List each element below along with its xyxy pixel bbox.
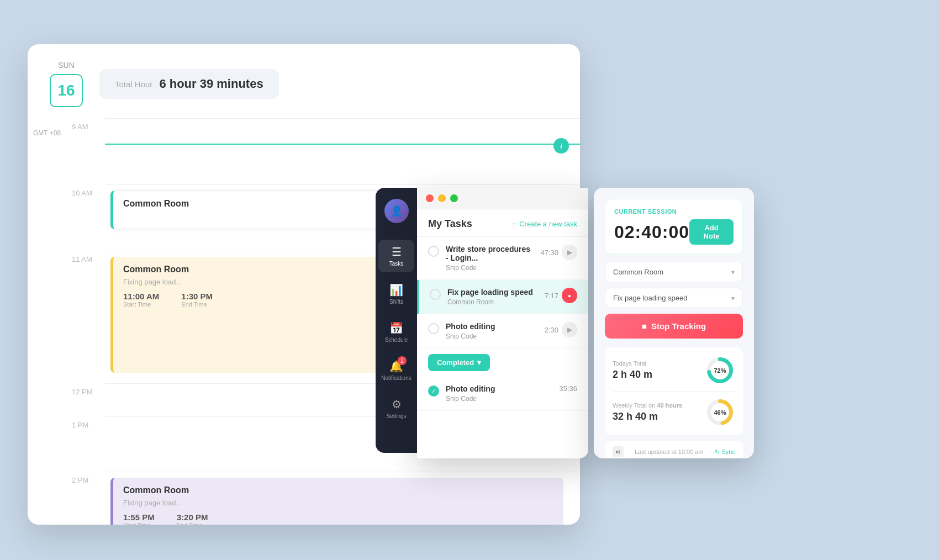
weekly-label: Weekly Total on 40 hours <box>613 402 682 409</box>
time-label-2pm: 2 PM <box>72 472 105 484</box>
completed-label: Completed <box>437 358 474 367</box>
event-2-end-label: End Time <box>181 301 213 308</box>
task-3-project: Ship Code <box>446 332 538 340</box>
plus-icon: + <box>512 220 516 228</box>
room-dropdown-arrow: ▾ <box>731 268 735 276</box>
maximize-btn[interactable] <box>450 194 458 202</box>
sidebar-item-tasks[interactable]: ☰ Tasks <box>378 240 414 272</box>
sidebar-item-notifications[interactable]: 🔔 2 Notifications <box>378 354 414 387</box>
settings-icon: ⚙ <box>392 398 402 411</box>
schedule-label: Schedule <box>385 337 408 343</box>
close-btn[interactable] <box>426 194 434 202</box>
avatar: 👤 <box>384 199 409 223</box>
day-number: 16 <box>50 74 83 107</box>
task-1-duration: 47:30 <box>540 249 558 257</box>
todays-total-section: Todays Total 2 h 40 m 72% Weekly Total o… <box>605 347 743 435</box>
task-2-time: 7:17 ● <box>545 288 577 303</box>
stop-tracking-button[interactable]: ■ Stop Tracking <box>605 314 743 339</box>
event-2-start-label: Start Time <box>123 301 159 308</box>
current-time-dot: i <box>553 138 569 154</box>
task-1-radio[interactable] <box>428 246 439 257</box>
weekly-value: 32 h 40 m <box>613 411 682 422</box>
tracking-panel: Current Session 02:40:00 Add Note Common… <box>594 188 754 458</box>
minimize-btn[interactable] <box>438 194 446 202</box>
schedule-icon: 📅 <box>389 321 403 335</box>
event-3-start-label: Start Time <box>123 522 155 525</box>
add-note-button[interactable]: Add Note <box>689 219 734 245</box>
footer-bar: ‹‹ Last updated at 10:00 am ↻ Sync <box>605 441 743 458</box>
todays-stat-row: Todays Total 2 h 40 m 72% <box>613 355 735 385</box>
total-hour-label: Total Hour <box>115 80 152 89</box>
time-label-9am: 9 AM <box>72 118 105 131</box>
tasks-label: Tasks <box>389 261 404 267</box>
task-item-2[interactable]: Fix page loading speed Common Room 7:17 … <box>417 280 588 314</box>
task-completed-1-content: Photo editing Ship Code <box>446 384 552 403</box>
total-hour-badge: Total Hour 6 hour 39 minutes <box>99 69 279 99</box>
event-1-title: Common Room <box>123 199 189 209</box>
task-2-name: Fix page loading speed <box>447 288 538 297</box>
room-dropdown[interactable]: Common Room ▾ <box>605 262 743 282</box>
create-task-label: Create a new task <box>519 220 577 228</box>
weekly-stat: Weekly Total on 40 hours 32 h 40 m 46% <box>613 391 735 427</box>
weekly-stat-row: Weekly Total on 40 hours 32 h 40 m 46% <box>613 397 735 427</box>
timer-value: 02:40:00 <box>614 222 689 242</box>
time-row-2pm: 2 PM Common Room Fixing page load... 1:5… <box>72 472 580 525</box>
completed-section: Completed ▾ <box>417 348 588 377</box>
window-controls <box>417 188 588 209</box>
current-time-icon: i <box>560 142 562 150</box>
task-1-name: Write store procedures - Login... <box>446 245 534 262</box>
session-card: Current Session 02:40:00 Add Note <box>605 199 743 254</box>
time-label-11am: 11 AM <box>72 251 105 263</box>
current-session-label: Current Session <box>614 208 734 215</box>
event-3-times: 1:55 PM Start Time 3:20 PM End Time <box>123 513 553 525</box>
create-task-button[interactable]: + Create a new task <box>512 220 577 228</box>
task-1-content: Write store procedures - Login... Ship C… <box>446 245 534 272</box>
task-completed-1-time: 35:36 <box>559 384 577 393</box>
gmt-label: GMT +08 <box>33 129 61 137</box>
tasks-icon: ☰ <box>392 245 402 258</box>
task-3-time: 2:30 ▶ <box>545 322 577 337</box>
task-2-content: Fix page loading speed Common Room <box>447 288 538 306</box>
task-1-play-button[interactable]: ▶ <box>562 245 577 260</box>
current-time-line <box>105 144 580 145</box>
sidebar-item-settings[interactable]: ⚙ Settings <box>378 392 414 425</box>
footer-updated-text: Last updated at 10:00 am <box>635 448 704 455</box>
time-label-12pm: 12 PM <box>72 383 105 396</box>
task-2-record-button[interactable]: ● <box>562 288 577 303</box>
task-2-radio[interactable] <box>430 289 441 300</box>
sync-button[interactable]: ↻ Sync <box>715 448 735 456</box>
task-dropdown-value: Fix page loading speed <box>613 294 687 302</box>
task-3-play-button[interactable]: ▶ <box>562 322 577 337</box>
settings-label: Settings <box>386 413 406 419</box>
task-dropdown[interactable]: Fix page loading speed ▾ <box>605 288 743 308</box>
notification-badge: 🔔 2 <box>389 360 403 373</box>
task-3-content: Photo editing Ship Code <box>446 322 538 340</box>
sidebar-item-shifts[interactable]: 📊 Shifts <box>378 278 414 310</box>
session-timer: 02:40:00 Add Note <box>614 219 734 245</box>
sidebar-item-schedule[interactable]: 📅 Schedule <box>378 316 414 348</box>
total-hour-value: 6 hour 39 minutes <box>159 77 263 91</box>
event-3-subtitle: Fixing page load... <box>123 499 553 507</box>
footer-nav-prev[interactable]: ‹‹ <box>613 446 624 457</box>
tasks-list: Write store procedures - Login... Ship C… <box>417 237 588 458</box>
sync-label: Sync <box>722 448 735 455</box>
task-item-1[interactable]: Write store procedures - Login... Ship C… <box>417 237 588 280</box>
event-block-3[interactable]: Common Room Fixing page load... 1:55 PM … <box>110 478 563 525</box>
event-3-start: 1:55 PM <box>123 513 155 522</box>
task-3-radio[interactable] <box>428 323 439 334</box>
task-item-completed-1[interactable]: ✓ Photo editing Ship Code 35:36 <box>417 377 588 411</box>
time-label-10am: 10 AM <box>72 184 105 197</box>
todays-percent: 72% <box>714 367 726 374</box>
task-1-time: 47:30 ▶ <box>540 245 577 260</box>
task-1-project: Ship Code <box>446 264 534 272</box>
completed-button[interactable]: Completed ▾ <box>428 354 490 371</box>
task-3-name: Photo editing <box>446 322 538 331</box>
sidebar: 👤 ☰ Tasks 📊 Shifts 📅 Schedule 🔔 2 Notifi… <box>376 188 417 453</box>
room-dropdown-value: Common Room <box>613 268 663 276</box>
task-completed-1-duration: 35:36 <box>559 384 577 393</box>
task-item-3[interactable]: Photo editing Ship Code 2:30 ▶ <box>417 314 588 348</box>
time-line-2pm: Common Room Fixing page load... 1:55 PM … <box>105 472 580 525</box>
stop-icon: ■ <box>642 321 647 331</box>
event-2-end: 1:30 PM <box>181 292 213 301</box>
stop-tracking-label: Stop Tracking <box>651 321 706 331</box>
